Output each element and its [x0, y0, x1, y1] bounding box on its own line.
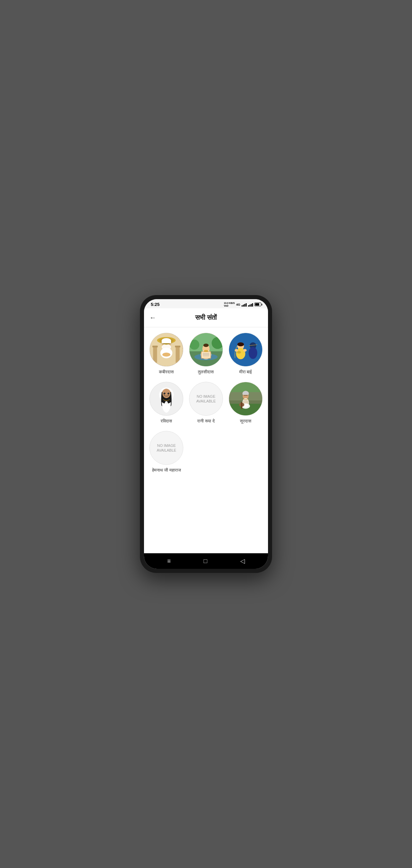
saint-avatar-tulsidas: [189, 333, 223, 367]
svg-point-36: [243, 349, 247, 352]
saint-item-tulsidas[interactable]: तुलसीदास: [188, 333, 225, 375]
saint-avatar-hemnath: NO IMAGEAVAILABLE: [149, 431, 183, 465]
saint-item-meerabai[interactable]: मीरा बाई: [227, 333, 264, 375]
svg-point-16: [189, 340, 199, 350]
no-image-placeholder-hemnath: NO IMAGEAVAILABLE: [150, 431, 183, 464]
svg-point-31: [248, 347, 257, 359]
saint-item-kabirdas[interactable]: कबीरदास: [148, 333, 185, 375]
signal-strength-icon: [242, 303, 247, 307]
signal-strength-2-icon: [248, 303, 253, 307]
saint-name-ravidas: रविदास: [161, 418, 172, 424]
page-title: सभी संतों: [159, 314, 263, 322]
saint-name-tulsidas: तुलसीदास: [198, 369, 214, 375]
main-content: कबीरदास: [144, 327, 268, 553]
battery-icon: [254, 303, 261, 306]
network-speed: 13.0 KB/S VoD: [224, 302, 235, 307]
phone-frame: 5:25 13.0 KB/S VoD 4G: [140, 295, 272, 573]
saint-name-rani-roopa-de: रानी रूपा दे: [197, 418, 214, 424]
no-image-placeholder: NO IMAGEAVAILABLE: [189, 382, 223, 415]
svg-point-13: [164, 341, 168, 344]
svg-rect-2: [176, 347, 180, 363]
svg-rect-1: [153, 347, 157, 363]
no-image-text-hemnath: NO IMAGEAVAILABLE: [154, 440, 179, 456]
svg-point-11: [163, 353, 171, 357]
saint-avatar-rani-roopa-de: NO IMAGEAVAILABLE: [189, 382, 223, 416]
svg-point-27: [203, 344, 209, 347]
menu-nav-icon[interactable]: ≡: [167, 558, 171, 565]
app-header: ← सभी संतों: [144, 308, 268, 327]
saint-avatar-ravidas: [149, 382, 183, 416]
saint-item-rani-roopa-de[interactable]: NO IMAGEAVAILABLE रानी रूपा दे: [188, 382, 225, 424]
status-time: 5:25: [151, 302, 160, 307]
saint-name-surdas: सूरदास: [240, 418, 251, 424]
home-nav-icon[interactable]: □: [204, 558, 207, 565]
saint-item-ravidas[interactable]: रविदास: [148, 382, 185, 424]
svg-point-45: [167, 393, 169, 395]
status-icons: 13.0 KB/S VoD 4G: [224, 302, 261, 307]
status-bar: 5:25 13.0 KB/S VoD 4G: [144, 299, 268, 308]
svg-rect-4: [175, 346, 181, 348]
saint-avatar-meerabai: [229, 333, 263, 367]
svg-point-37: [237, 343, 244, 347]
svg-rect-3: [152, 346, 158, 348]
saint-item-surdas[interactable]: सूरदास: [227, 382, 264, 424]
nav-bar: ≡ □ ◁: [144, 553, 268, 569]
saint-name-kabirdas: कबीरदास: [159, 369, 174, 375]
phone-screen: 5:25 13.0 KB/S VoD 4G: [144, 299, 268, 569]
svg-point-44: [164, 393, 166, 395]
svg-point-38: [237, 351, 241, 354]
svg-rect-22: [202, 352, 210, 358]
battery-fill: [255, 303, 259, 306]
back-button[interactable]: ←: [149, 312, 159, 323]
saint-item-hemnath[interactable]: NO IMAGEAVAILABLE हेमनाथ जी महाराज: [148, 431, 185, 473]
saint-name-meerabai: मीरा बाई: [239, 369, 252, 375]
saint-avatar-surdas: [229, 382, 263, 416]
back-nav-icon[interactable]: ◁: [240, 557, 245, 565]
saint-name-hemnath: हेमनाथ जी महाराज: [152, 468, 181, 473]
svg-point-46: [164, 393, 164, 394]
svg-point-6: [159, 338, 174, 343]
no-image-text: NO IMAGEAVAILABLE: [193, 391, 219, 407]
svg-point-47: [168, 393, 168, 394]
svg-rect-59: [241, 402, 242, 409]
saints-grid: कबीरदास: [148, 333, 264, 473]
svg-point-12: [163, 341, 170, 345]
network-type-icon: 4G: [236, 303, 240, 306]
svg-point-28: [204, 350, 208, 352]
saint-avatar-kabirdas: [149, 333, 183, 367]
